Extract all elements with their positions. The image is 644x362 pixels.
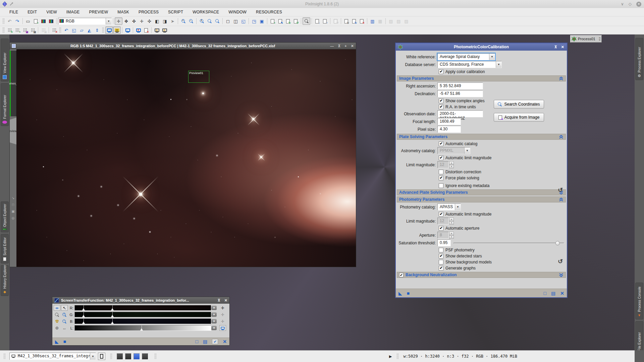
saturation-threshold-field[interactable]: 0.95 [437, 239, 451, 246]
menu-mask[interactable]: MASK [113, 9, 133, 15]
image-zoom-icon[interactable]: + [344, 44, 346, 48]
track-channel-icon[interactable]: ✛ [219, 312, 226, 317]
menu-image[interactable]: IMAGE [62, 9, 84, 15]
resize-handle-icon[interactable]: ↘ [12, 196, 14, 200]
shadows-marker[interactable] [82, 321, 85, 324]
psf-photometry-row[interactable]: PSF photometry [439, 247, 564, 253]
midtones-marker[interactable] [140, 328, 143, 330]
checkbox-checked[interactable]: ✔ [439, 212, 443, 217]
pcc-close-icon[interactable]: ✕ [561, 45, 564, 49]
color-managed-24-icon[interactable]: 24 [113, 26, 121, 34]
observation-date-field[interactable]: 2000-01-01T12:00:00Z [437, 110, 483, 117]
show-detected-stars-row[interactable]: ✔ Show detected stars [439, 253, 564, 259]
checkbox-checked[interactable]: ✔ [439, 141, 443, 146]
background-swatch-1[interactable] [117, 353, 123, 360]
window-close-icon[interactable]: ✕ [636, 2, 641, 7]
expand-mode-icon[interactable]: ✥ [122, 17, 130, 25]
midtones-marker[interactable] [111, 308, 114, 310]
sidebar-item-format-explorer[interactable]: Format Explorer [1, 83, 9, 126]
sidebar-item-view-explorer[interactable]: View Explorer [1, 39, 9, 81]
radiation-boost-icon[interactable]: ☢ [54, 318, 60, 324]
screen-warning-2-icon[interactable]: ⚠ [161, 26, 168, 34]
checkbox-checked[interactable]: ✔ [439, 226, 443, 231]
new-image-window-icon[interactable]: + [32, 17, 40, 25]
white-reference-combo[interactable]: Average Spiral Galaxy ▼ [437, 53, 495, 60]
menu-script[interactable]: SCRIPT [164, 9, 187, 15]
chevron-down-icon[interactable]: ▼ [90, 353, 96, 360]
tab-main-view[interactable]: M42_1_300secs_32_frames_integration_befo… [10, 51, 16, 116]
slider-knob[interactable] [555, 241, 560, 245]
section-image-parameters[interactable]: Image Parameters [397, 75, 566, 81]
stf-strip-g[interactable] [74, 312, 211, 317]
stf-toggle-icon[interactable] [105, 26, 113, 34]
undo-icon[interactable]: ↶ [6, 17, 13, 25]
new-preview-icon[interactable]: ◻ [224, 17, 232, 25]
checkbox-unchecked[interactable] [439, 248, 443, 252]
preview01-rect[interactable]: Preview01 [188, 71, 209, 83]
checkbox-checked[interactable]: ✔ [439, 176, 443, 180]
stf-reset-icon[interactable]: ✕ [142, 26, 150, 34]
sidebar-item-script-editor[interactable]: Script Editor [1, 234, 9, 263]
browse-doc-icon[interactable]: ▤ [551, 291, 555, 296]
menu-workspace[interactable]: WORKSPACE [189, 9, 223, 15]
sidebar-item-object-explorer[interactable]: Object Explorer [1, 201, 9, 232]
zoom-1-1-icon[interactable]: 1 [198, 17, 206, 25]
image-window[interactable]: RGB 1:5 M42_1_300secs_32_frames_integrat… [9, 42, 356, 267]
midtones-marker[interactable] [111, 315, 114, 317]
add-file-icon[interactable]: ↻ [284, 17, 292, 25]
declination-field[interactable]: -5 47 51.86 [437, 90, 483, 97]
project-save-icon[interactable]: ▣ [21, 26, 29, 34]
window-shade-icon[interactable]: ∨ [621, 2, 624, 6]
process01-instance[interactable]: Process01 N D [570, 35, 602, 43]
image-window-titlebar[interactable]: RGB 1:5 M42_1_300secs_32_frames_integrat… [10, 43, 356, 49]
zoom-in-icon[interactable]: + [179, 17, 187, 25]
section-advanced-plate-solving[interactable]: Advanced Plate Solving Parameters [397, 189, 566, 195]
stf-strip-l[interactable] [74, 325, 211, 331]
image-close-icon[interactable]: ✕ [351, 44, 354, 48]
checkbox-checked[interactable]: ✔ [399, 273, 404, 277]
distortion-correction-row[interactable]: Distortion correction [439, 169, 564, 175]
zoom-custom-icon[interactable] [213, 17, 221, 25]
image-canvas[interactable]: Preview01 [16, 49, 356, 267]
wrench-icon[interactable]: ⚙ [54, 325, 60, 331]
crop-to-selection-icon[interactable]: ◱ [70, 26, 78, 34]
rotate-ccw-icon[interactable]: ↶ [62, 26, 70, 34]
combo-dropdown-icon[interactable]: ▼ [106, 18, 111, 24]
collapse-section-icon[interactable] [559, 135, 564, 139]
stf-disable-icon[interactable]: ✕ [135, 26, 142, 34]
sidebar-item-process-console[interactable]: Process Console ▼ [635, 283, 643, 319]
center-mode-icon[interactable]: ✣ [146, 17, 153, 25]
chevron-down-icon[interactable]: ▼ [455, 204, 461, 210]
stf-dialog[interactable]: ScreenTransferFunction: M42_1_300secs_32… [52, 297, 230, 346]
project-properties-icon[interactable]: ▤ [29, 26, 37, 34]
append-file-icon[interactable]: ↺ [292, 17, 300, 25]
reset-params-icon[interactable]: ✕ [560, 291, 564, 296]
checkbox-checked[interactable]: ✔ [439, 69, 443, 74]
background-swatch-2[interactable] [125, 353, 131, 360]
shadows-marker[interactable] [82, 315, 85, 317]
fit-window-icon[interactable]: ◳ [250, 17, 258, 25]
pan-readout-icon[interactable]: ↔ [61, 325, 68, 331]
edit-channel-icon[interactable]: ✛ [219, 305, 226, 311]
sidebar-item-history-explorer[interactable]: History Explorer ◆ [1, 265, 9, 296]
apply-icon[interactable]: ■ [407, 291, 410, 296]
collapse-section-icon[interactable] [559, 76, 564, 81]
automatic-catalog-row[interactable]: ✔ Automatic catalog [439, 141, 564, 146]
pixel-size-field[interactable]: 4.30 [437, 126, 461, 133]
pcc-dialog[interactable]: PhotometricColorCalibration ⊼ ✕ White re… [395, 43, 568, 298]
checkbox-checked[interactable]: ✔ [439, 266, 443, 270]
stf-close-icon[interactable]: ✕ [224, 298, 227, 303]
reset-channel-icon[interactable]: ✕ [211, 326, 217, 330]
chevron-down-icon[interactable]: ▼ [496, 61, 501, 68]
track-channel-icon[interactable]: ✛ [219, 318, 226, 324]
midtones-marker[interactable] [111, 321, 114, 324]
close-file-icon[interactable]: ✕ [358, 17, 366, 25]
contract-mode-icon[interactable]: ✜ [130, 17, 138, 25]
checkbox-unchecked[interactable] [439, 260, 443, 264]
readout-cursor-icon[interactable]: ↖ [61, 305, 68, 311]
saturation-threshold-slider[interactable] [453, 241, 564, 245]
duplicate-image-icon[interactable] [40, 17, 47, 25]
apply-color-calibration-row[interactable]: ✔ Apply color calibration [439, 69, 564, 74]
fit-view-icon[interactable]: ▣ [258, 17, 266, 25]
collapse-section-icon[interactable] [559, 197, 564, 202]
